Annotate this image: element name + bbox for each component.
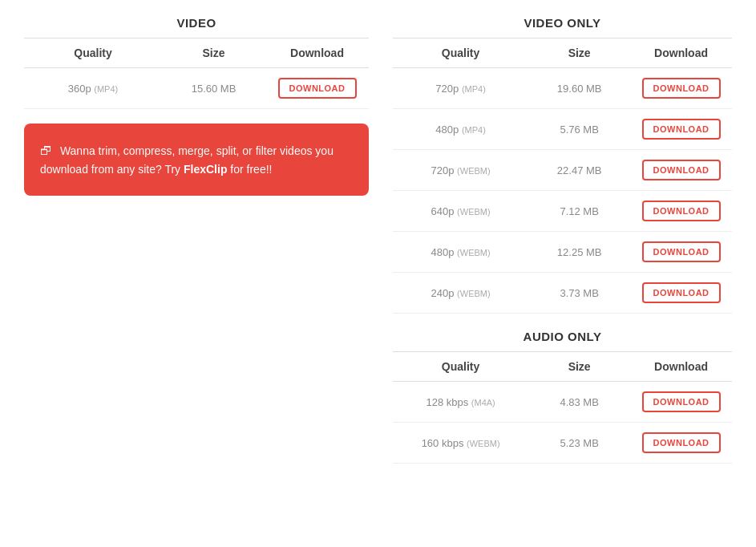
row-download-cell: DOWNLOAD xyxy=(630,432,732,453)
table-row: 360p (MP4) 15.60 MB DOWNLOAD xyxy=(24,68,369,109)
promo-text2: for free!! xyxy=(227,163,272,176)
row-quality: 720p (MP4) xyxy=(393,83,528,95)
table-row: 720p (WEBM) 22.47 MB DOWNLOAD xyxy=(393,150,732,191)
row-size: 5.76 MB xyxy=(528,124,630,136)
row-size: 19.60 MB xyxy=(528,83,630,95)
row-format: (WEBM) xyxy=(457,289,491,298)
row-download-cell: DOWNLOAD xyxy=(630,282,732,303)
row-format: (MP4) xyxy=(462,84,486,94)
video-only-header: Quality Size Download xyxy=(393,38,732,68)
audio-only-header-quality: Quality xyxy=(393,360,528,373)
download-button[interactable]: DOWNLOAD xyxy=(642,119,721,140)
table-row: 480p (MP4) 5.76 MB DOWNLOAD xyxy=(393,109,732,150)
left-header-quality: Quality xyxy=(24,47,162,59)
row-size: 12.25 MB xyxy=(528,246,630,258)
download-button[interactable]: DOWNLOAD xyxy=(642,78,721,99)
row-format: (M4A) xyxy=(471,398,495,407)
table-row: 720p (MP4) 19.60 MB DOWNLOAD xyxy=(393,68,732,109)
table-row: 640p (WEBM) 7.12 MB DOWNLOAD xyxy=(393,191,732,232)
audio-only-title: AUDIO ONLY xyxy=(393,330,732,352)
table-row: 240p (WEBM) 3.73 MB DOWNLOAD xyxy=(393,273,732,314)
left-header-size: Size xyxy=(162,47,265,59)
row-size: 15.60 MB xyxy=(162,83,265,95)
left-table-header: Quality Size Download xyxy=(24,38,369,68)
table-row: 480p (WEBM) 12.25 MB DOWNLOAD xyxy=(393,232,732,273)
external-link-icon: 🗗 xyxy=(40,141,52,160)
row-format: (WEBM) xyxy=(457,207,491,217)
row-quality: 128 kbps (M4A) xyxy=(393,396,528,408)
download-button[interactable]: DOWNLOAD xyxy=(642,160,721,180)
row-format: (WEBM) xyxy=(467,439,500,448)
audio-only-header: Quality Size Download xyxy=(393,352,732,382)
video-only-table-body: 720p (MP4) 19.60 MB DOWNLOAD 480p (MP4) … xyxy=(393,68,732,314)
promo-box: 🗗 Wanna trim, compress, merge, split, or… xyxy=(24,124,369,196)
audio-only-table-body: 128 kbps (M4A) 4.83 MB DOWNLOAD 160 kbps… xyxy=(393,382,732,464)
row-quality: 360p (MP4) xyxy=(24,83,162,95)
download-button[interactable]: DOWNLOAD xyxy=(278,78,357,99)
row-format: (WEBM) xyxy=(457,248,491,257)
row-quality: 480p (MP4) xyxy=(393,124,528,136)
row-size: 4.83 MB xyxy=(528,396,630,408)
row-size: 5.23 MB xyxy=(528,437,630,449)
row-download-cell: DOWNLOAD xyxy=(630,160,732,180)
left-section-title: VIDEO xyxy=(24,16,369,38)
download-button[interactable]: DOWNLOAD xyxy=(642,241,721,262)
audio-only-header-download: Download xyxy=(630,360,732,373)
video-only-header-size: Size xyxy=(528,47,630,59)
row-download-cell: DOWNLOAD xyxy=(630,119,732,140)
download-button[interactable]: DOWNLOAD xyxy=(642,391,721,412)
row-quality: 160 kbps (WEBM) xyxy=(393,437,528,449)
left-table-body: 360p (MP4) 15.60 MB DOWNLOAD xyxy=(24,68,369,109)
row-size: 3.73 MB xyxy=(528,287,630,299)
row-download-cell: DOWNLOAD xyxy=(630,78,732,99)
audio-only-header-size: Size xyxy=(528,360,630,373)
row-quality: 480p (WEBM) xyxy=(393,246,528,258)
left-panel: VIDEO Quality Size Download 360p (MP4) 1… xyxy=(24,16,369,531)
video-only-title: VIDEO ONLY xyxy=(393,16,732,38)
row-quality: 640p (WEBM) xyxy=(393,205,528,217)
video-only-header-quality: Quality xyxy=(393,47,528,59)
download-button[interactable]: DOWNLOAD xyxy=(642,432,721,453)
row-download-cell: DOWNLOAD xyxy=(630,391,732,412)
row-quality: 240p (WEBM) xyxy=(393,287,528,299)
download-button[interactable]: DOWNLOAD xyxy=(642,201,721,221)
row-quality: 720p (WEBM) xyxy=(393,164,528,176)
right-panel: VIDEO ONLY Quality Size Download 720p (M… xyxy=(393,16,732,531)
row-format: (MP4) xyxy=(462,125,486,135)
row-download-cell: DOWNLOAD xyxy=(630,201,732,221)
row-download-cell: DOWNLOAD xyxy=(630,241,732,262)
table-row: 160 kbps (WEBM) 5.23 MB DOWNLOAD xyxy=(393,423,732,464)
audio-only-section: AUDIO ONLY Quality Size Download 128 kbp… xyxy=(393,330,732,464)
row-size: 7.12 MB xyxy=(528,205,630,217)
left-header-download: Download xyxy=(265,47,369,59)
row-format: (MP4) xyxy=(94,84,118,94)
video-only-section: VIDEO ONLY Quality Size Download 720p (M… xyxy=(393,16,732,314)
download-button[interactable]: DOWNLOAD xyxy=(642,282,721,303)
row-size: 22.47 MB xyxy=(528,164,630,176)
row-format: (WEBM) xyxy=(457,166,491,176)
row-download-cell: DOWNLOAD xyxy=(265,78,369,99)
video-only-header-download: Download xyxy=(630,47,732,59)
table-row: 128 kbps (M4A) 4.83 MB DOWNLOAD xyxy=(393,382,732,423)
promo-brand[interactable]: FlexClip xyxy=(184,163,227,176)
